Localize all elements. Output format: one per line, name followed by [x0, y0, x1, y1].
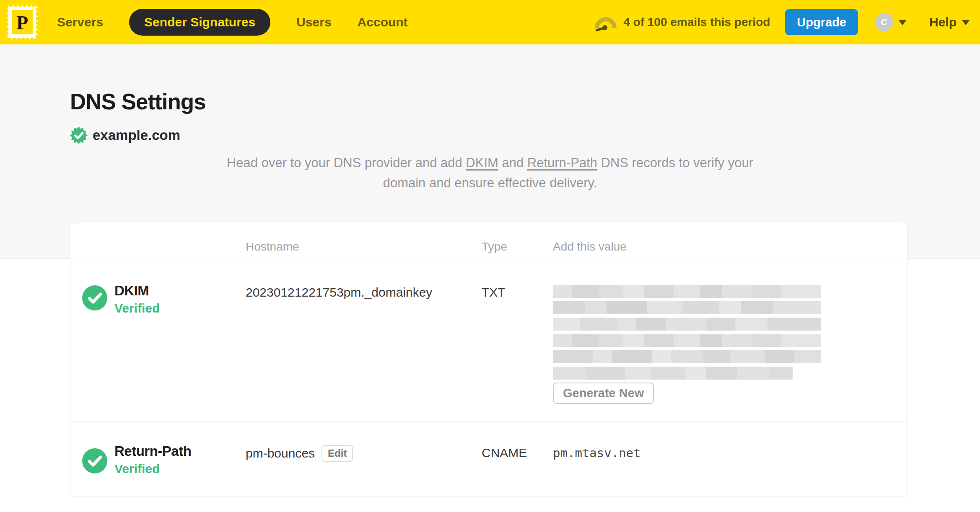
help-menu[interactable]: Help — [929, 15, 970, 29]
record-status-badge: Verified — [114, 462, 160, 476]
check-circle-icon — [82, 448, 107, 473]
domain-name: example.com — [93, 127, 180, 143]
generate-new-button[interactable]: Generate New — [553, 383, 654, 404]
redacted-value-bar — [553, 350, 821, 363]
description-text: and — [498, 155, 527, 170]
svg-text:P: P — [16, 12, 28, 34]
record-value: pm.mtasv.net — [553, 446, 641, 460]
record-hostname: 20230121221753pm._domainkey — [246, 285, 432, 300]
primary-nav: Servers Sender Signatures Users Account — [57, 9, 434, 36]
record-hostname: pm-bounces Edit — [246, 445, 353, 462]
dkim-link[interactable]: DKIM — [466, 155, 498, 170]
redacted-dkim-value — [553, 285, 821, 383]
caret-down-icon — [962, 20, 970, 25]
page: P Servers Sender Signatures Users Accoun… — [0, 0, 980, 512]
upgrade-button[interactable]: Upgrade — [785, 9, 858, 35]
dns-records-card: Hostname Type Add this value DKIM Verifi… — [70, 223, 907, 497]
page-title: DNS Settings — [70, 89, 206, 114]
gauge-icon — [594, 13, 617, 31]
column-header-hostname: Hostname — [246, 240, 299, 253]
redacted-value-bar — [553, 285, 821, 298]
return-path-link[interactable]: Return-Path — [527, 155, 597, 170]
nav-item-account[interactable]: Account — [358, 15, 408, 29]
column-header-type: Type — [482, 240, 507, 253]
redacted-value-bar — [553, 334, 821, 347]
record-type: CNAME — [482, 446, 527, 460]
nav-item-sender-signatures[interactable]: Sender Signatures — [129, 9, 270, 36]
record-name: DKIM — [114, 283, 149, 299]
topbar-right-cluster: 4 of 100 emails this period Upgrade C He… — [594, 9, 970, 35]
avatar[interactable]: C — [875, 13, 893, 31]
postmark-logo[interactable]: P — [7, 5, 38, 39]
record-type: TXT — [482, 285, 506, 300]
redacted-value-bar — [553, 367, 793, 380]
column-header-value: Add this value — [553, 240, 627, 253]
nav-item-servers[interactable]: Servers — [57, 15, 103, 29]
caret-down-icon — [898, 20, 907, 25]
description-text: Head over to your DNS provider and add — [227, 155, 466, 170]
table-header: Hostname Type Add this value — [70, 223, 907, 259]
nav-item-users[interactable]: Users — [296, 15, 331, 29]
usage-counter: 4 of 100 emails this period — [623, 16, 770, 29]
edit-button[interactable]: Edit — [321, 445, 353, 462]
page-description: Head over to your DNS provider and add D… — [0, 153, 980, 193]
verified-seal-icon — [69, 126, 88, 145]
top-bar: P Servers Sender Signatures Users Accoun… — [0, 0, 980, 44]
redacted-value-bar — [553, 301, 821, 314]
verified-domain: example.com — [69, 126, 180, 145]
table-row-return-path: Return-Path Verified pm-bounces Edit CNA… — [70, 421, 907, 497]
account-menu[interactable]: C — [875, 13, 907, 31]
postmark-stamp-icon: P — [7, 5, 38, 39]
check-circle-icon — [82, 285, 107, 310]
table-row-dkim: DKIM Verified 20230121221753pm._domainke… — [70, 259, 907, 421]
help-label: Help — [929, 15, 957, 29]
redacted-value-bar — [553, 318, 821, 331]
record-name: Return-Path — [114, 443, 191, 459]
record-status-badge: Verified — [114, 301, 160, 315]
record-hostname-text: pm-bounces — [246, 446, 315, 460]
